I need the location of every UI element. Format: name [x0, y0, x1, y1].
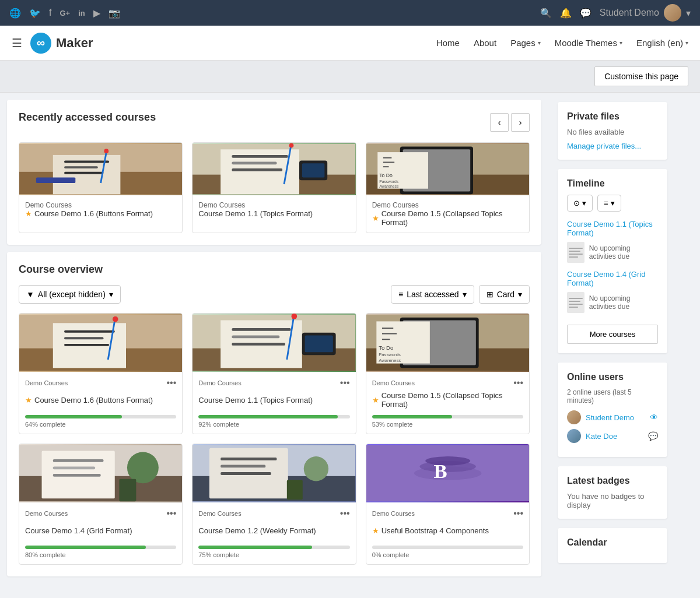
- overview-card-6-name: ★ Useful Bootstrap 4 Components: [372, 521, 523, 540]
- recently-accessed-cards: Demo Courses ★ Course Demo 1.6 (Buttons …: [19, 142, 530, 233]
- recent-card-2[interactable]: Demo Courses Course Demo 1.1 (Topics For…: [192, 142, 356, 233]
- svg-rect-33: [64, 330, 115, 333]
- recent-card-3-name: ★ Course Demo 1.5 (Collapsed Topics Form…: [372, 209, 523, 227]
- overview-card-5-progress-fill: [198, 546, 312, 549]
- nav-home[interactable]: Home: [436, 38, 460, 48]
- nav-moodle-themes[interactable]: Moodle Themes ▾: [555, 38, 622, 48]
- view-button[interactable]: ⊞ Card ▾: [479, 285, 530, 304]
- timeline-no-activity-2: No upcoming activities due: [567, 292, 658, 313]
- svg-rect-65: [53, 474, 101, 477]
- nav-language[interactable]: English (en) ▾: [636, 38, 688, 48]
- svg-rect-41: [232, 328, 291, 331]
- nav-pages[interactable]: Pages ▾: [510, 38, 541, 48]
- overview-card-6-menu[interactable]: •••: [513, 508, 523, 519]
- svg-point-16: [289, 143, 294, 148]
- timeline-list-icon-1: [567, 242, 584, 263]
- overview-card-3-body: Demo Courses ••• ★ Course Demo 1.5 (Coll…: [366, 372, 529, 434]
- customise-page-button[interactable]: Customise this page: [594, 66, 688, 86]
- sort-icon: ≡: [398, 290, 403, 299]
- navbar-right: Home About Pages ▾ Moodle Themes ▾ Engli…: [436, 38, 688, 48]
- overview-card-4-progress-fill: [25, 546, 146, 549]
- filter-label: All (except hidden): [38, 290, 106, 299]
- overview-card-4-body: Demo Courses ••• Course Demo 1.4 (Grid F…: [19, 502, 182, 564]
- recent-card-2-img: [192, 143, 355, 195]
- recently-accessed-header: Recently accessed courses ‹ ›: [19, 111, 530, 133]
- overview-card-2-progress-fill: [198, 415, 338, 418]
- search-icon[interactable]: 🔍: [540, 8, 552, 19]
- course-overview-section: Course overview ▼ All (except hidden) ▾ …: [7, 252, 541, 576]
- google-plus-icon[interactable]: G+: [60, 9, 70, 17]
- overview-card-1-menu[interactable]: •••: [167, 378, 177, 388]
- timeline-sort-button[interactable]: ≡ ▾: [597, 195, 621, 212]
- logo[interactable]: ∞ Maker: [30, 33, 93, 54]
- timeline-title: Timeline: [567, 178, 658, 189]
- timeline-sort-dropdown-arrow: ▾: [611, 199, 615, 207]
- online-user-1-name[interactable]: Student Demo: [586, 413, 645, 422]
- svg-rect-47: [305, 335, 333, 352]
- overview-grid: Demo Courses ••• ★ Course Demo 1.6 (Butt…: [19, 313, 530, 565]
- customise-bar: Customise this page: [0, 61, 700, 93]
- instagram-icon[interactable]: 📷: [108, 8, 120, 19]
- overview-card-1[interactable]: Demo Courses ••• ★ Course Demo 1.6 (Butt…: [19, 313, 183, 434]
- overview-card-3-menu[interactable]: •••: [513, 378, 523, 388]
- linkedin-icon[interactable]: in: [78, 9, 85, 17]
- overview-card-6-top: Demo Courses •••: [372, 508, 523, 519]
- user-dropdown-arrow: ▾: [686, 8, 691, 19]
- overview-card-2-top: Demo Courses •••: [198, 378, 349, 388]
- svg-rect-63: [53, 459, 104, 462]
- filter-button[interactable]: ▼ All (except hidden) ▾: [19, 285, 121, 304]
- svg-text:Passwords: Passwords: [379, 352, 401, 357]
- overview-card-2[interactable]: Demo Courses ••• Course Demo 1.1 (Topics…: [192, 313, 356, 434]
- calendar-widget: Calendar: [558, 528, 667, 563]
- overview-card-4[interactable]: Demo Courses ••• Course Demo 1.4 (Grid F…: [19, 444, 183, 565]
- svg-rect-3: [64, 161, 109, 163]
- no-files-text: No files available: [567, 128, 658, 136]
- recent-card-1[interactable]: Demo Courses ★ Course Demo 1.6 (Buttons …: [19, 142, 183, 233]
- svg-text:To Do: To Do: [379, 344, 393, 351]
- overview-card-1-top: Demo Courses •••: [25, 378, 176, 388]
- overview-card-5-progress-bar: [198, 546, 349, 549]
- svg-rect-13: [232, 161, 277, 164]
- timeline-filter-button[interactable]: ⊙ ▾: [567, 195, 593, 212]
- sort-button[interactable]: ≡ Last accessed ▾: [391, 285, 474, 304]
- overview-card-5-category: Demo Courses: [198, 510, 241, 517]
- hamburger-menu[interactable]: ☰: [12, 36, 22, 50]
- recently-accessed-section: Recently accessed courses ‹ ›: [7, 100, 541, 245]
- overview-card-5[interactable]: Demo Courses ••• Course Demo 1.2 (Weekly…: [192, 444, 356, 565]
- youtube-icon[interactable]: ▶: [93, 8, 100, 19]
- online-users-widget: Online users 2 online users (last 5 minu…: [558, 363, 667, 457]
- prev-button[interactable]: ‹: [490, 113, 509, 132]
- private-files-widget: Private files No files available Manage …: [558, 102, 667, 160]
- overview-card-4-progress-label: 80% complete: [25, 551, 176, 558]
- timeline-course-2-link[interactable]: Course Demo 1.4 (Grid Format): [567, 270, 658, 287]
- twitter-icon[interactable]: 🐦: [29, 8, 41, 19]
- overview-card-6-progress-label: 0% complete: [372, 551, 523, 558]
- overview-card-6[interactable]: B Demo Courses ••• ★ Useful Bootstrap 4 …: [366, 444, 530, 565]
- nav-about[interactable]: About: [474, 38, 496, 48]
- online-user-2-avatar: [567, 429, 581, 443]
- bell-icon[interactable]: 🔔: [560, 8, 572, 19]
- user-menu[interactable]: Student Demo ▾: [600, 4, 691, 22]
- globe-icon[interactable]: 🌐: [9, 8, 21, 19]
- svg-rect-5: [64, 172, 103, 174]
- chat-icon[interactable]: 💬: [580, 8, 592, 19]
- recent-card-3[interactable]: To Do Passwords Awareness Demo Courses ★…: [366, 142, 530, 233]
- list-line-1b: [569, 251, 580, 252]
- overview-card-1-body: Demo Courses ••• ★ Course Demo 1.6 (Butt…: [19, 372, 182, 434]
- overview-card-5-menu[interactable]: •••: [340, 508, 350, 519]
- star-icon-1: ★: [25, 209, 32, 218]
- latest-badges-widget: Latest badges You have no badges to disp…: [558, 466, 667, 519]
- facebook-icon[interactable]: f: [49, 8, 51, 18]
- list-lines-1: [569, 248, 583, 258]
- timeline-course-1-link[interactable]: Course Demo 1.1 (Topics Format): [567, 220, 658, 237]
- more-courses-button[interactable]: More courses: [567, 325, 658, 344]
- overview-card-3[interactable]: To Do Passwords Awareness Demo Courses •…: [366, 313, 530, 434]
- writing-scene-3: To Do Passwords Awareness: [366, 143, 529, 195]
- overview-card-4-menu[interactable]: •••: [167, 508, 177, 519]
- manage-files-link[interactable]: Manage private files...: [567, 142, 641, 150]
- overview-card-2-menu[interactable]: •••: [340, 378, 350, 388]
- timeline-widget: Timeline ⊙ ▾ ≡ ▾ Course Demo 1.1 (Topics…: [558, 169, 667, 353]
- online-user-2-name[interactable]: Kate Doe: [586, 432, 643, 441]
- pages-dropdown-arrow: ▾: [538, 40, 541, 46]
- next-button[interactable]: ›: [511, 113, 530, 132]
